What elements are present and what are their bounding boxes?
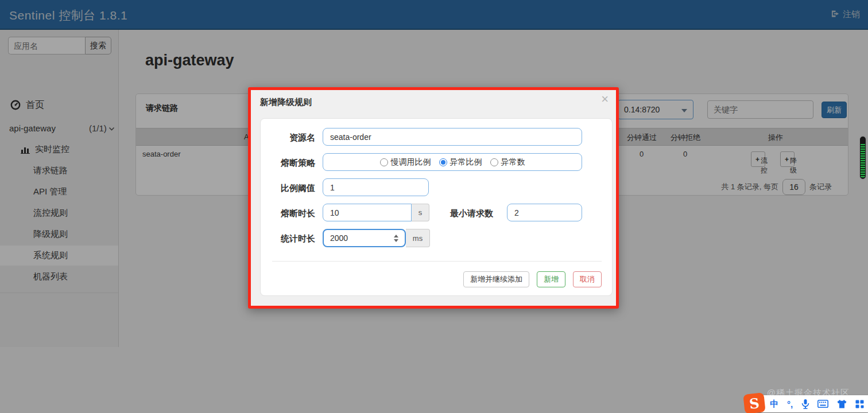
keyboard-icon[interactable] <box>817 400 828 408</box>
ime-logo[interactable]: S <box>743 392 765 413</box>
resource-input[interactable] <box>323 128 582 146</box>
modal-divider <box>272 261 602 262</box>
ime-language-toggle[interactable]: 中 <box>770 399 778 410</box>
scroll-indicator-stripes <box>861 144 865 178</box>
strategy-radio-group: 慢调用比例 异常比例 异常数 <box>323 153 582 171</box>
modal-title: 新增降级规则 <box>260 97 312 108</box>
add-button[interactable]: 新增 <box>537 271 565 287</box>
stat-interval-input[interactable] <box>324 233 390 243</box>
radio-label: 异常数 <box>501 157 525 167</box>
resource-label: 资源名 <box>261 133 315 143</box>
duration-input[interactable] <box>323 204 412 221</box>
min-request-label: 最小请求数 <box>441 208 493 219</box>
radio-label: 慢调用比例 <box>391 157 431 167</box>
ime-punctuation-toggle[interactable]: °, <box>787 399 793 409</box>
add-and-continue-button[interactable]: 新增并继续添加 <box>463 271 529 287</box>
radio-icon <box>490 158 498 166</box>
radio-icon <box>380 158 388 166</box>
ratio-threshold-input[interactable] <box>323 178 429 196</box>
stat-interval-label: 统计时长 <box>261 233 315 244</box>
strategy-label: 熔断策略 <box>261 158 315 169</box>
radio-checked-icon <box>439 158 447 166</box>
spinner-down-icon[interactable] <box>394 239 398 242</box>
scroll-indicator[interactable] <box>859 135 867 180</box>
number-spinner[interactable] <box>390 235 402 242</box>
stat-interval-field <box>323 229 406 247</box>
microphone-icon[interactable] <box>801 399 809 409</box>
ime-toolbar: 中 °, <box>757 395 868 412</box>
add-degrade-rule-modal: 新增降级规则 × 资源名 熔断策略 慢调用比例 异常比例 异常数 比例阈值 熔断… <box>248 87 619 309</box>
radio-error-ratio[interactable]: 异常比例 <box>439 157 482 167</box>
modal-form-panel: 资源名 熔断策略 慢调用比例 异常比例 异常数 比例阈值 熔断时长 s 最小请求… <box>260 118 613 296</box>
stat-interval-unit: ms <box>406 229 430 247</box>
spinner-up-icon[interactable] <box>394 235 398 237</box>
close-icon[interactable]: × <box>601 92 609 107</box>
grid-menu-icon[interactable] <box>855 400 864 408</box>
radio-error-count[interactable]: 异常数 <box>490 157 525 167</box>
duration-label: 熔断时长 <box>261 208 315 219</box>
min-request-input[interactable] <box>507 204 582 221</box>
modal-button-row: 新增并继续添加 新增 取消 <box>463 271 602 287</box>
skin-shirt-icon[interactable] <box>837 400 847 408</box>
ratio-threshold-label: 比例阈值 <box>261 183 315 194</box>
cancel-button[interactable]: 取消 <box>573 271 602 287</box>
radio-label: 异常比例 <box>450 157 482 167</box>
radio-slow-ratio[interactable]: 慢调用比例 <box>380 157 431 167</box>
duration-unit: s <box>412 204 429 221</box>
